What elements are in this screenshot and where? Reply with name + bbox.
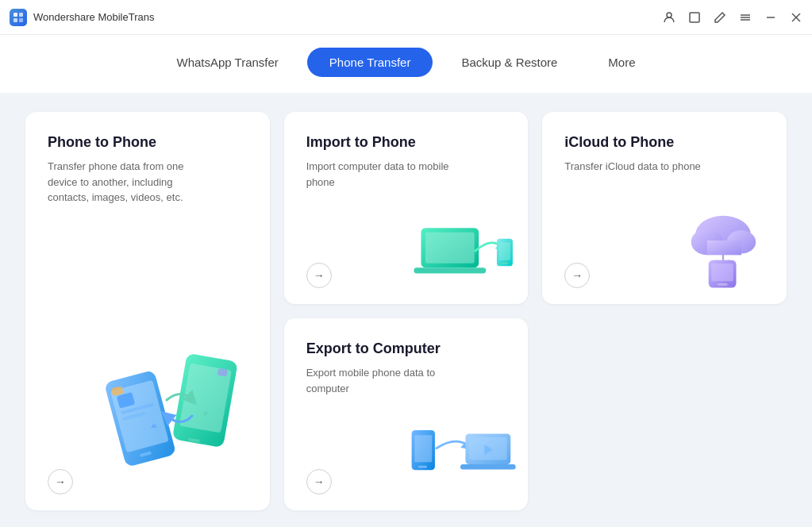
card-phone-to-phone-title: Phone to Phone	[48, 134, 248, 151]
tab-more[interactable]: More	[586, 48, 657, 77]
card-phone-to-phone-arrow[interactable]: →	[48, 469, 73, 494]
edit-icon[interactable]	[714, 11, 726, 24]
export-illustration	[401, 412, 520, 502]
tab-whatsapp-transfer[interactable]: WhatsApp Transfer	[154, 48, 300, 77]
menu-icon[interactable]	[739, 11, 752, 24]
minimize-icon[interactable]	[764, 11, 777, 24]
titlebar-left: Wondershare MobileTrans	[10, 9, 154, 26]
card-import-desc: Import computer data to mobile phone	[306, 159, 465, 190]
main-content: Phone to Phone Transfer phone data from …	[0, 93, 812, 527]
phone-to-phone-illustration	[95, 325, 254, 487]
card-icloud-title: iCloud to Phone	[564, 134, 764, 151]
svg-rect-27	[499, 242, 511, 260]
close-icon[interactable]	[790, 11, 802, 24]
svg-point-4	[667, 13, 672, 17]
tab-phone-transfer[interactable]: Phone Transfer	[307, 48, 433, 77]
card-import-to-phone[interactable]: Import to Phone Import computer data to …	[284, 112, 529, 304]
svg-rect-38	[418, 466, 427, 468]
app-title: Wondershare MobileTrans	[33, 11, 154, 23]
titlebar-controls	[663, 11, 802, 24]
card-import-arrow[interactable]: →	[306, 263, 332, 288]
card-icloud-to-phone[interactable]: iCloud to Phone Transfer iCloud data to …	[542, 112, 787, 304]
import-illustration	[409, 213, 520, 296]
icloud-illustration	[668, 206, 779, 296]
card-phone-to-phone[interactable]: Phone to Phone Transfer phone data from …	[25, 112, 270, 510]
svg-rect-35	[718, 283, 728, 286]
svg-rect-32	[707, 240, 741, 255]
titlebar: Wondershare MobileTrans	[0, 0, 812, 35]
tab-backup-restore[interactable]: Backup & Restore	[439, 48, 579, 77]
svg-rect-37	[415, 435, 433, 462]
svg-rect-28	[502, 263, 508, 264]
svg-rect-25	[414, 267, 487, 273]
card-export-desc: Export mobile phone data to computer	[306, 365, 465, 396]
svg-rect-3	[19, 18, 23, 22]
svg-rect-34	[711, 264, 733, 281]
svg-rect-1	[19, 13, 23, 17]
navbar: WhatsApp Transfer Phone Transfer Backup …	[0, 35, 812, 93]
card-export-to-computer[interactable]: Export to Computer Export mobile phone d…	[284, 318, 529, 510]
card-export-arrow[interactable]: →	[306, 469, 332, 494]
svg-rect-0	[13, 13, 17, 17]
card-import-title: Import to Phone	[306, 134, 506, 151]
app-icon	[10, 9, 27, 26]
card-export-title: Export to Computer	[306, 340, 506, 357]
svg-rect-5	[690, 13, 699, 22]
svg-rect-2	[13, 18, 17, 22]
card-icloud-desc: Transfer iCloud data to phone	[564, 159, 723, 175]
card-icloud-arrow[interactable]: →	[564, 263, 590, 288]
svg-rect-22	[217, 368, 227, 377]
svg-rect-24	[425, 233, 475, 264]
svg-rect-41	[460, 464, 516, 469]
window-icon[interactable]	[688, 11, 701, 24]
user-icon[interactable]	[663, 11, 675, 24]
card-phone-to-phone-desc: Transfer phone data from one device to a…	[48, 159, 206, 206]
